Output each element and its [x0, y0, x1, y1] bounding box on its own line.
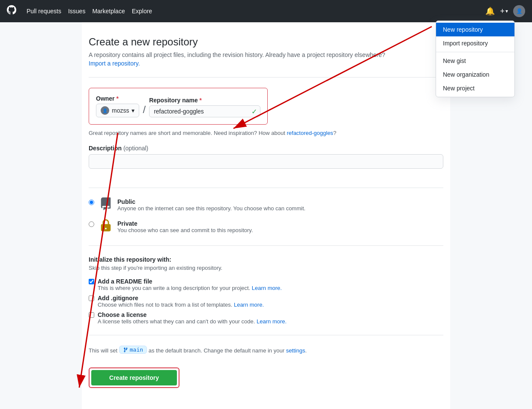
initialize-subtitle: Skip this step if you're importing an ex… — [89, 265, 443, 271]
section-divider-2 — [89, 188, 443, 188]
dropdown-new-gist[interactable]: New gist — [436, 54, 514, 68]
nav-pull-requests[interactable]: Pull requests — [27, 8, 61, 15]
owner-avatar-icon: 👤 — [101, 106, 109, 115]
initialize-title: Initialize this repository with: — [89, 256, 443, 263]
slash-separator: / — [143, 104, 146, 116]
visibility-public-option[interactable]: Public Anyone on the internet can see th… — [89, 198, 443, 213]
chevron-down-icon: ▾ — [505, 8, 508, 14]
nav-marketplace[interactable]: Marketplace — [92, 8, 125, 15]
nav-issues[interactable]: Issues — [68, 8, 85, 15]
page-subtitle: A repository contains all project files,… — [89, 51, 443, 58]
readme-learn-more-link[interactable]: Learn more. — [252, 285, 282, 291]
plus-icon: + — [500, 7, 505, 16]
main-content-area: Create a new repository A repository con… — [82, 22, 450, 409]
owner-repo-form-section: Owner * 👤 mozss ▾ / Repository name * ✓ — [89, 88, 268, 125]
nav-explore[interactable]: Explore — [132, 8, 152, 15]
section-divider-4 — [89, 335, 443, 335]
name-hint-text: Great repository names are short and mem… — [89, 130, 443, 136]
gitignore-checkbox[interactable] — [89, 296, 94, 301]
license-learn-more-link[interactable]: Learn more. — [257, 318, 287, 325]
gitignore-learn-more-link[interactable]: Learn more. — [234, 302, 264, 308]
branch-badge: main — [119, 346, 147, 354]
gitignore-checkbox-row: Add .gitignore Choose which files not to… — [89, 295, 443, 308]
public-visibility-text: Public Anyone on the internet can see th… — [117, 198, 305, 212]
private-repo-icon — [99, 219, 112, 235]
repo-required-marker: * — [200, 97, 202, 104]
repo-name-field-group: Repository name * ✓ — [149, 97, 260, 117]
section-divider-1 — [89, 77, 443, 78]
readme-checkbox-row: Add a README file This is where you can … — [89, 278, 443, 291]
name-suggestion-link[interactable]: refactored-goggles — [287, 130, 333, 136]
owner-value: mozss — [112, 107, 129, 114]
dropdown-new-repository[interactable]: New repository — [436, 23, 514, 36]
dropdown-new-organization[interactable]: New organization — [436, 68, 514, 81]
avatar-icon: 👤 — [516, 8, 523, 14]
owner-required-marker: * — [116, 95, 118, 102]
notification-bell-icon[interactable]: 🔔 — [485, 6, 495, 16]
dropdown-import-repository[interactable]: Import repository — [436, 36, 514, 50]
github-logo-icon[interactable] — [7, 5, 16, 17]
repo-name-check-icon: ✓ — [251, 107, 257, 116]
dropdown-new-project[interactable]: New project — [436, 81, 514, 95]
gitignore-checkbox-text: Add .gitignore Choose which files not to… — [98, 295, 264, 308]
public-repo-icon — [99, 197, 112, 213]
create-new-button[interactable]: + ▾ — [500, 7, 508, 16]
settings-link[interactable]: settings — [286, 347, 305, 354]
create-repository-button[interactable]: Create repository — [91, 370, 177, 385]
private-visibility-text: Private You choose who can see and commi… — [117, 220, 253, 233]
readme-checkbox-text: Add a README file This is where you can … — [98, 278, 282, 291]
create-dropdown-menu: New repository Import repository New gis… — [436, 21, 515, 97]
owner-dropdown[interactable]: 👤 mozss ▾ — [96, 104, 139, 117]
description-label: Description (optional) — [89, 145, 443, 152]
dropdown-divider — [436, 52, 514, 52]
owner-chevron-icon: ▾ — [132, 107, 134, 114]
license-checkbox-row: Choose a license A license tells others … — [89, 311, 443, 325]
page-title: Create a new repository — [89, 36, 443, 48]
owner-field-group: Owner * 👤 mozss ▾ — [96, 95, 139, 117]
user-avatar[interactable]: 👤 — [513, 5, 525, 17]
license-checkbox-text: Choose a license A license tells others … — [98, 311, 287, 325]
visibility-private-option[interactable]: Private You choose who can see and commi… — [89, 220, 443, 235]
repo-name-label: Repository name * — [149, 97, 260, 104]
section-divider-3 — [89, 245, 443, 246]
owner-label: Owner * — [96, 95, 139, 102]
readme-checkbox[interactable] — [89, 279, 94, 284]
visibility-private-radio[interactable] — [89, 221, 94, 227]
repo-name-input[interactable] — [149, 105, 260, 117]
branch-name: main — [130, 346, 143, 353]
create-button-container: Create repository — [89, 367, 179, 388]
license-checkbox[interactable] — [89, 312, 94, 318]
default-branch-text: This will set main as the default branch… — [89, 346, 443, 354]
description-input[interactable] — [89, 154, 443, 169]
import-repository-link[interactable]: Import a repository. — [89, 60, 140, 67]
visibility-public-radio[interactable] — [89, 200, 94, 205]
top-navigation: Pull requests Issues Marketplace Explore… — [0, 0, 532, 22]
repo-name-input-wrapper: ✓ — [149, 105, 260, 117]
